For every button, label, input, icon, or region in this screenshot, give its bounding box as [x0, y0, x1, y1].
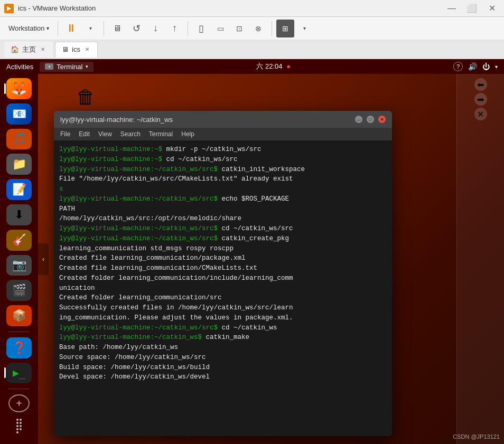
snapshot-button[interactable]: ↺ [127, 20, 145, 37]
terminal-window-title: lyy@lyy-virtual-machine: ~/catkin_ws [60, 116, 173, 124]
terminal-content[interactable]: lyy@lyy-virtual-machine:~$ mkdir -p ~/ca… [54, 140, 392, 436]
terminal-close-button[interactable]: ✕ [378, 116, 386, 123]
help-icon[interactable]: ? [453, 62, 463, 71]
fullscreen-dropdown[interactable]: ▾ [295, 20, 313, 37]
terminal-menu-arrow: ▾ [86, 64, 88, 69]
right-panel-btn-3[interactable]: ✕ [474, 108, 487, 120]
desktop-area: 🗑 Trash ‹ lyy@lyy-virtual-machine: ~/cat… [38, 74, 504, 444]
window-title: ics - VMware Workstation [18, 4, 96, 12]
topbar-time: 六 22:04 [256, 62, 282, 70]
terminal-window: lyy@lyy-virtual-machine: ~/catkin_ws — □… [54, 111, 392, 436]
apps-grid-icon[interactable] [14, 417, 24, 436]
power-icon[interactable]: ⏻ [482, 62, 490, 71]
home-tab-icon: 🏠 [11, 45, 19, 53]
toolbar-separator-1 [58, 21, 58, 36]
terminal-maximize-button[interactable]: □ [367, 116, 374, 123]
terminal-titlebar: lyy@lyy-virtual-machine: ~/catkin_ws — □… [54, 111, 392, 128]
workstation-menu[interactable]: Workstation ▾ [4, 22, 53, 34]
right-panel-btn-1[interactable]: ⬅ [474, 78, 487, 91]
terminal-menu-view[interactable]: View [98, 130, 112, 138]
view-button-4[interactable]: ⊗ [249, 20, 267, 37]
vmware-toolbar: Workstation ▾ ⏸ ▾ 🖥 ↺ ↓ ↑ ▯ ▭ ⊡ ⊗ ⊞ ▾ [0, 17, 504, 40]
right-panel-btn-2[interactable]: ➡ [474, 93, 487, 106]
terminal-indicator[interactable]: ▪ Terminal ▾ [40, 62, 94, 72]
power-controls: ⏸ ▾ [62, 20, 99, 37]
view-controls: ▯ ▭ ⊡ ⊗ [192, 20, 267, 37]
vm-controls: 🖥 ↺ ↓ ↑ [108, 20, 183, 37]
trash-icon: 🗑 [73, 82, 98, 112]
main-area: 🦊 📧 🎵 📁 📝 ⬇ 🎸 📷 � [0, 74, 504, 444]
ubuntu-topbar: Activities ▪ Terminal ▾ 六 22:04 ● ? 🔊 ⏻ … [0, 59, 504, 74]
sidebar-item-help[interactable]: ❓ [6, 337, 32, 358]
terminal-menu-edit[interactable]: Edit [79, 130, 90, 138]
ics-tab-icon: 🖥 [62, 45, 69, 53]
watermark: CSDN @JP13121 [453, 433, 500, 440]
maximize-button[interactable]: ⬜ [464, 3, 480, 14]
terminal-menu-terminal[interactable]: Terminal [149, 130, 173, 138]
sidebar-item-firefox[interactable]: 🦊 [6, 78, 32, 99]
view-button-3[interactable]: ⊡ [230, 20, 248, 37]
sidebar-item-music[interactable]: 🎸 [6, 230, 32, 251]
terminal-menu-label: Terminal [57, 63, 82, 71]
fullscreen-controls: ⊞ ▾ [276, 20, 313, 37]
sidebar-add-button[interactable]: + [8, 394, 30, 412]
toolbar-separator-3 [188, 21, 188, 36]
terminal-menubar: File Edit View Search Terminal Help [54, 128, 392, 140]
system-menu-arrow[interactable]: ▾ [495, 64, 498, 70]
removable-media-button[interactable]: 🖥 [108, 20, 126, 37]
sidebar-item-software[interactable]: 📦 [6, 305, 32, 326]
sidebar-item-camera[interactable]: 📷 [6, 255, 32, 276]
minimize-button[interactable]: — [444, 3, 460, 14]
tab-home[interactable]: 🏠 主页 ✕ [4, 42, 53, 58]
ics-tab-label: ics [72, 45, 80, 53]
toolbar-separator-4 [272, 21, 272, 36]
tab-bar: 🏠 主页 ✕ 🖥 ics ✕ [0, 40, 504, 59]
sidebar-divider [8, 332, 30, 332]
sidebar-item-doc[interactable]: 📝 [6, 179, 32, 200]
close-button[interactable]: ✕ [484, 3, 500, 14]
home-tab-label: 主页 [22, 45, 36, 54]
view-button-1[interactable]: ▯ [192, 20, 210, 37]
home-tab-close[interactable]: ✕ [39, 46, 46, 53]
sidebar-collapse-button[interactable]: ‹ [38, 243, 49, 275]
pause-button[interactable]: ⏸ [62, 20, 80, 37]
title-bar: ▶ ics - VMware Workstation — ⬜ ✕ [0, 0, 504, 17]
ubuntu-sidebar: 🦊 📧 🎵 📁 📝 ⬇ 🎸 📷 � [0, 74, 38, 444]
pause-dropdown[interactable]: ▾ [81, 20, 99, 37]
sidebar-item-terminal[interactable]: ▶_ [6, 363, 32, 384]
snapshot-up-button[interactable]: ↑ [165, 20, 183, 37]
snapshot-down-button[interactable]: ↓ [146, 20, 164, 37]
app-icon: ▶ [4, 4, 14, 13]
sidebar-item-rhythmbox[interactable]: 🎵 [6, 129, 32, 150]
view-button-2[interactable]: ▭ [211, 20, 229, 37]
terminal-minimize-button[interactable]: — [355, 116, 362, 123]
recording-indicator: ● [286, 62, 291, 70]
tab-ics[interactable]: 🖥 ics ✕ [55, 42, 98, 58]
sidebar-item-video[interactable]: 🎬 [6, 280, 32, 301]
terminal-menu-search[interactable]: Search [120, 130, 141, 138]
ics-tab-close[interactable]: ✕ [83, 46, 91, 53]
sidebar-item-files[interactable]: 📁 [6, 154, 32, 175]
terminal-menu-file[interactable]: File [60, 130, 70, 138]
toolbar-separator-2 [104, 21, 104, 36]
terminal-menu-help[interactable]: Help [181, 130, 194, 138]
activities-button[interactable]: Activities [6, 63, 33, 71]
sidebar-divider-2 [8, 389, 30, 389]
sound-icon[interactable]: 🔊 [468, 62, 477, 71]
sidebar-item-download[interactable]: ⬇ [6, 204, 32, 225]
vm-content: Activities ▪ Terminal ▾ 六 22:04 ● ? 🔊 ⏻ … [0, 59, 504, 444]
sidebar-item-thunderbird[interactable]: 📧 [6, 103, 32, 125]
fullscreen-button[interactable]: ⊞ [276, 20, 294, 37]
right-panel: ⬅ ➡ ✕ [456, 74, 504, 444]
